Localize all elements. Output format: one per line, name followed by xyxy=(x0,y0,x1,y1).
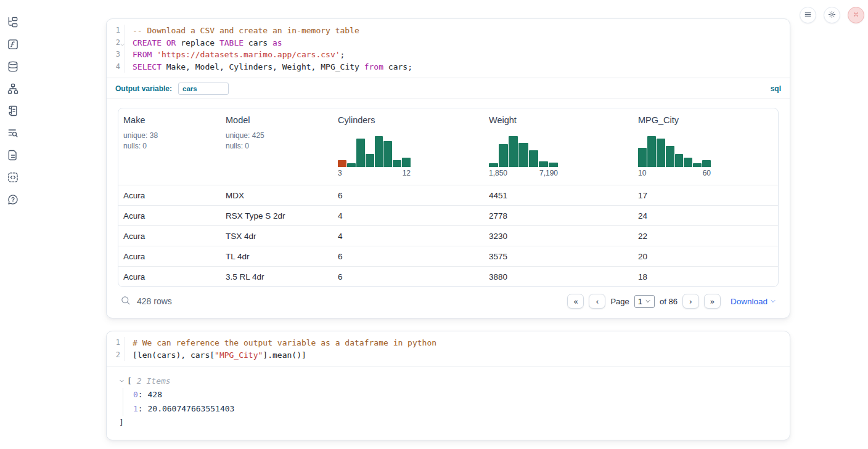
histogram-bar xyxy=(338,160,346,167)
histogram-bar xyxy=(499,144,508,168)
next-page-button[interactable]: › xyxy=(682,294,699,309)
tree-collapse-icon[interactable] xyxy=(119,376,125,386)
file-tree-icon xyxy=(7,16,19,31)
histogram-bar xyxy=(666,146,674,167)
table-row[interactable]: AcuraTSX 4dr4323022 xyxy=(118,225,778,246)
column-summary: unique: 38 nulls: 0 xyxy=(123,131,216,152)
sql-cell-output: Make unique: 38 nulls: 0 Model unique: 4… xyxy=(107,99,790,318)
code-line[interactable]: 3FROM 'https://datasets.marimo.app/cars.… xyxy=(107,49,790,61)
tree-entry-key: 0 xyxy=(133,390,138,399)
page-select[interactable]: 1 xyxy=(634,295,655,308)
line-number: 2 xyxy=(107,37,125,49)
document-icon xyxy=(7,149,19,164)
code-line[interactable]: 1-- Download a CSV and create an in-memo… xyxy=(107,25,790,37)
histogram-axis-label: 12 xyxy=(403,169,411,177)
table-footer: 428 rows « ‹ Page 1 of 86 › » Download xyxy=(118,287,779,315)
python-cell-output: [ 2 Items 0: 4281: 20.060747663551403 ] xyxy=(107,366,790,440)
table-cell: 4451 xyxy=(484,191,633,200)
table-cell: 18 xyxy=(633,272,778,281)
histogram-bar xyxy=(684,158,692,167)
table-cell: 6 xyxy=(333,272,484,281)
sql-code-editor[interactable]: 1-- Download a CSV and create an in-memo… xyxy=(107,19,790,78)
histogram-bar xyxy=(693,163,702,167)
notebook-controls xyxy=(800,7,864,23)
python-code-editor[interactable]: 1# We can reference the output variable … xyxy=(107,331,790,366)
table-row[interactable]: Acura3.5 RL 4dr6388018 xyxy=(118,266,778,286)
column-name: Model xyxy=(226,115,328,125)
column-header-make[interactable]: Make unique: 38 nulls: 0 xyxy=(118,108,221,185)
cylinders-histogram: 312 xyxy=(338,136,479,177)
column-summary: unique: 425 nulls: 0 xyxy=(226,131,328,152)
code-line[interactable]: 1# We can reference the output variable … xyxy=(107,337,790,349)
histogram-bar xyxy=(402,158,411,167)
table-cell: TSX 4dr xyxy=(221,232,333,241)
output-variable-row: Output variable: sql xyxy=(107,78,790,99)
code-line[interactable]: 4SELECT Make, Model, Cylinders, Weight, … xyxy=(107,61,790,73)
histogram-bar xyxy=(375,136,383,167)
code-line[interactable]: 2[len(cars), cars["MPG_City"].mean()] xyxy=(107,349,790,362)
list-search-icon xyxy=(7,127,19,142)
sidebar-item-help[interactable] xyxy=(2,190,24,212)
sidebar-item-logs[interactable] xyxy=(2,123,24,145)
sql-cell: 1-- Download a CSV and create an in-memo… xyxy=(106,18,790,318)
sidebar-item-variables[interactable] xyxy=(2,34,24,57)
weight-histogram: 1,8507,190 xyxy=(489,136,628,177)
first-page-button[interactable]: « xyxy=(567,294,584,309)
output-variable-input[interactable] xyxy=(178,83,229,95)
histogram-bar xyxy=(383,141,392,168)
output-variable-label: Output variable: xyxy=(115,84,172,93)
sidebar-item-documentation[interactable] xyxy=(2,145,24,168)
fold-chevron-icon[interactable] xyxy=(120,39,125,45)
column-name: Weight xyxy=(489,115,628,125)
chevron-down-icon xyxy=(645,297,651,306)
search-icon[interactable] xyxy=(120,295,131,308)
last-page-button[interactable]: » xyxy=(704,294,721,309)
table-cell: 3.5 RL 4dr xyxy=(221,272,333,281)
histogram-axis-label: 3 xyxy=(338,169,342,177)
table-row[interactable]: AcuraMDX6445117 xyxy=(118,185,778,205)
sidebar-item-scratchpad[interactable] xyxy=(2,101,24,123)
column-name: MPG_City xyxy=(638,115,773,125)
python-cell: 1# We can reference the output variable … xyxy=(106,331,790,440)
table-cell: Acura xyxy=(118,211,221,220)
table-row[interactable]: AcuraTL 4dr6357520 xyxy=(118,246,778,266)
table-cell: 6 xyxy=(333,252,484,261)
sidebar-item-dependency-graph[interactable] xyxy=(2,79,24,101)
tree-entry: 1: 20.060747663551403 xyxy=(133,402,777,416)
sidebar-item-snippets[interactable] xyxy=(2,168,24,190)
column-header-weight[interactable]: Weight 1,8507,190 xyxy=(484,108,633,185)
code-text: # We can reference the output variable a… xyxy=(125,337,436,349)
prev-page-button[interactable]: ‹ xyxy=(589,294,605,309)
menu-button[interactable] xyxy=(800,7,816,23)
graph-icon xyxy=(7,83,19,97)
download-button[interactable]: Download xyxy=(731,297,776,306)
page-select-value: 1 xyxy=(638,297,642,306)
settings-button[interactable] xyxy=(824,7,840,23)
histogram-bar xyxy=(647,136,656,167)
column-name: Make xyxy=(123,115,216,125)
sidebar-item-data-sources[interactable] xyxy=(2,57,24,79)
tree-entry-key: 1 xyxy=(133,404,138,413)
table-cell: Acura xyxy=(118,232,221,241)
histogram-bar xyxy=(356,139,365,168)
tree-entry-value: 428 xyxy=(147,390,162,399)
table-cell: 24 xyxy=(633,211,778,220)
code-text: CREATE OR replace TABLE cars as xyxy=(125,37,282,49)
function-square-icon xyxy=(7,38,19,53)
sidebar-item-file-explorer[interactable] xyxy=(2,12,24,34)
column-header-mpg-city[interactable]: MPG_City 1060 xyxy=(633,108,778,185)
code-line[interactable]: 2CREATE OR replace TABLE cars as xyxy=(107,37,790,49)
table-cell: Acura xyxy=(118,252,221,261)
close-button[interactable] xyxy=(848,7,864,23)
tree-entry: 0: 428 xyxy=(133,388,777,402)
column-header-model[interactable]: Model unique: 425 nulls: 0 xyxy=(221,108,333,185)
tree-close-bracket: ] xyxy=(119,416,777,429)
code-text: SELECT Make, Model, Cylinders, Weight, M… xyxy=(125,61,412,73)
column-header-cylinders[interactable]: Cylinders 312 xyxy=(333,108,484,185)
table-cell: 3230 xyxy=(484,232,633,241)
table-row[interactable]: AcuraRSX Type S 2dr4277824 xyxy=(118,205,778,225)
language-badge: sql xyxy=(771,84,781,93)
table-cell: MDX xyxy=(221,191,333,200)
row-count: 428 rows xyxy=(137,296,172,306)
table-cell: 3880 xyxy=(484,272,633,281)
